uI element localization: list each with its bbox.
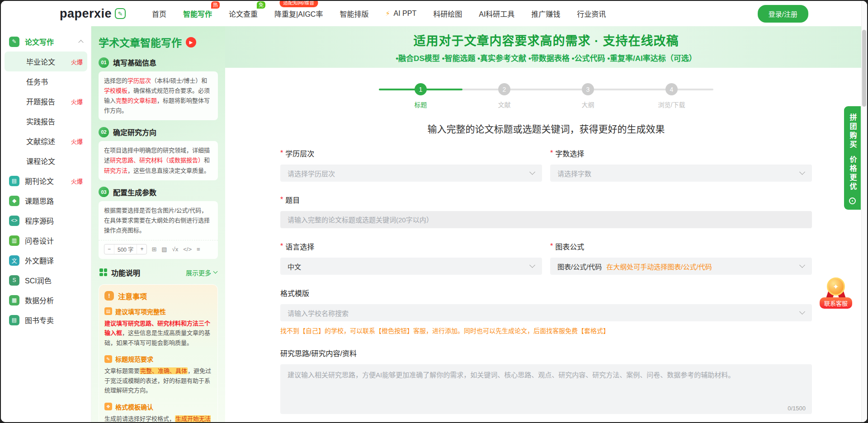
title-input[interactable] [280,211,812,228]
option-icon: √x [172,246,179,253]
sidebar-item[interactable]: <> 程序源码 [5,211,87,230]
nav-item[interactable]: ⚡ AI PPT [385,8,416,19]
nav-item[interactable]: 论文查重 免 [229,6,258,21]
sidebar-item-label: 数据分析 [25,295,54,306]
progress-step[interactable]: 4 浏览/下载 [630,83,713,109]
paper-form: *学历层次 请选择学历层次 *字数选择 请选择字数 [280,148,812,422]
progress-step-circle: 1 [415,83,427,95]
sidebar-item-icon: ▤ [9,176,19,186]
nav-top-badge: 适配知网/维普 [279,1,318,7]
research-label: 研究思路/研究内容/资料 [280,348,812,358]
sidebar-item-label: 图书专卖 [25,315,54,325]
progress-step[interactable]: 1 标题 [379,83,462,109]
step-title: 填写基础信息 [113,57,156,68]
form-hint: 输入完整的论文标题或选题关键词，获得更好的生成效果 [225,122,867,135]
notice-item-icon: ❖ [104,403,112,410]
nav-item[interactable]: 科研绘图 [433,6,462,21]
app-body: ✎ 论文写作 毕业论文 火爆 任务书 [1,26,867,422]
nav-item[interactable]: 智能排版 [340,6,368,21]
nav-item-label: AI PPT [394,9,417,17]
chevron-down-icon [799,169,805,175]
character-counter: 0/1500 [788,405,806,412]
login-register-button[interactable]: 登录/注册 [758,5,808,23]
language-select[interactable]: 中文 [280,258,542,275]
sidebar-item[interactable]: ▤ 期刊论文 火爆 [5,171,87,191]
research-textarea[interactable] [280,364,812,414]
guide-step: 02 确定研究方向 在项目选择中明确您的研究领域，详细描述研究思路、研究材料（或… [99,127,218,180]
guide-step: 03 配置生成参数 根据需要选择是否包含图片/公式/代码，在具体要求需要在大纲处… [99,187,218,240]
page-scrollbar[interactable] [861,1,867,422]
title-label: *题目 [280,194,812,205]
nav-item[interactable]: 推广赚钱 [531,6,560,21]
show-more-link[interactable]: 展示更多 [186,268,217,277]
sidebar-item[interactable]: 文献综述 火爆 [5,131,87,151]
sidebar-item-label: 实践报告 [26,116,55,127]
banner-subtitle: •融合DS模型 •智能选题 •真实参考文献 •带数据表格 •公式代码 •重复率/… [396,52,697,63]
sidebar-item[interactable]: 任务书 [5,71,87,91]
notice-item: ▤ 建议填写项完整性 建议填写研究思路、研究材料和方法三个输入框，这些信息是生成… [104,307,212,348]
play-video-icon[interactable]: ▶ [186,37,196,47]
scrollbar-thumb[interactable] [862,30,866,107]
notice-item-text: 文章标题需要完整、准确、具体，避免过于宽泛或模糊的表述，好的标题有助于系统理解研… [104,366,212,395]
sidebar-item[interactable]: 课程论文 [5,151,87,171]
sidebar-item[interactable]: S SCI润色 [5,270,87,290]
hero-banner: 适用对于文章内容要求高的需求 · 支持在线改稿 •融合DS模型 •智能选题 •真… [225,26,867,68]
chevron-down-icon [213,269,218,274]
minus-icon: − [104,245,114,253]
features-row: 功能说明 展示更多 [99,267,217,278]
progress-step-label: 文献 [498,100,511,109]
education-select[interactable]: 请选择学历层次 [280,164,542,182]
progress-step[interactable]: 2 文献 [462,83,546,109]
guide-title: 学术文章智能写作 [99,34,182,50]
sidebar-item[interactable]: ▥ 问卷设计 [5,230,87,250]
main-nav: 首页 智能写作 热 论文查重 免 适配知 [152,6,606,21]
sidebar-item-label: 期刊论文 [25,175,54,186]
hot-badge: 火爆 [71,97,83,106]
step-description: 选择您的学历层次（本科/硕士/博士）和学校模板，确保格式规范符合要求。必须输入完… [99,71,218,120]
sidebar-item-icon: S [9,275,19,286]
progress-step-circle: 2 [498,83,510,95]
logo-text: paperxie [60,7,112,21]
school-template-select[interactable]: 请输入学校名称搜索 [280,304,812,321]
sidebar-item[interactable]: ▤ 图书专卖 [5,310,87,330]
sidebar-item[interactable]: ▦ 数据分析 [5,290,87,310]
progress-step[interactable]: 3 大纲 [546,83,630,109]
sidebar-item[interactable]: ◆ 课题思路 [5,191,87,211]
nav-item[interactable]: AI科研工具 [479,6,514,21]
chart-formula-select[interactable]: 图表/公式/代码 在大纲处可手动选择图表/公式/代码 [550,258,812,275]
sidebar-item[interactable]: ✎ 论文写作 [5,32,87,52]
sidebar-item[interactable]: 文 外文翻译 [5,250,87,270]
progress-step-label: 浏览/下载 [658,100,685,109]
sidebar-item-label: 课题思路 [25,195,54,206]
sidebar-item-icon: ▤ [9,315,19,325]
sidebar-item[interactable]: 开题报告 火爆 [5,91,87,111]
logo[interactable]: paperxie ✎ [60,7,126,21]
nav-item-label: AI科研工具 [479,10,514,18]
customer-service-label: 联系客服 [820,297,852,309]
group-buy-line2: 价格更优 [847,155,858,192]
sidebar-item-icon: ▥ [9,235,19,246]
nav-item[interactable]: 行业资讯 [577,6,606,21]
grid-icon [99,268,107,276]
chevron-down-icon [529,262,535,268]
nav-item[interactable]: 智能写作 热 [183,6,212,21]
notice-item-title: 建议填写项完整性 [115,307,166,316]
top-navbar: paperxie ✎ 首页 智能写作 热 [1,1,867,26]
customer-service-float[interactable]: ✦ 联系客服 [816,277,855,309]
nav-corner-badge: 免 [257,1,265,9]
nav-item[interactable]: 首页 [152,6,166,21]
progress-step-label: 标题 [415,100,427,109]
nav-item[interactable]: 适配知网/维普 降重复|AIGC率 [274,6,323,21]
word-count-select[interactable]: 请选择字数 [550,164,812,182]
medal-icon: ✦ [823,277,849,299]
step-description: 根据需要选择是否包含图片/公式/代码，在具体要求需要在大纲处的右侧进行选择操作点… [99,201,218,240]
group-buy-float[interactable]: 拼团购买 价格更优 [844,106,861,210]
sidebar-item[interactable]: 实践报告 [5,111,87,131]
main-content: 适用对于文章内容要求高的需求 · 支持在线改稿 •融合DS模型 •智能选题 •真… [225,26,867,422]
notice-item-title: 格式模板确认 [115,402,153,411]
notice-item-text: 生成前请选择好学校格式，生成开始无法更换格式模板。如需要新的学校模板，请提前联系… [104,414,212,422]
sidebar-item[interactable]: 毕业论文 火爆 [5,52,87,71]
chart-formula-value: 图表/公式/代码 [557,262,602,271]
nav-item-label: 首页 [152,10,166,18]
show-more-label: 展示更多 [186,268,211,277]
